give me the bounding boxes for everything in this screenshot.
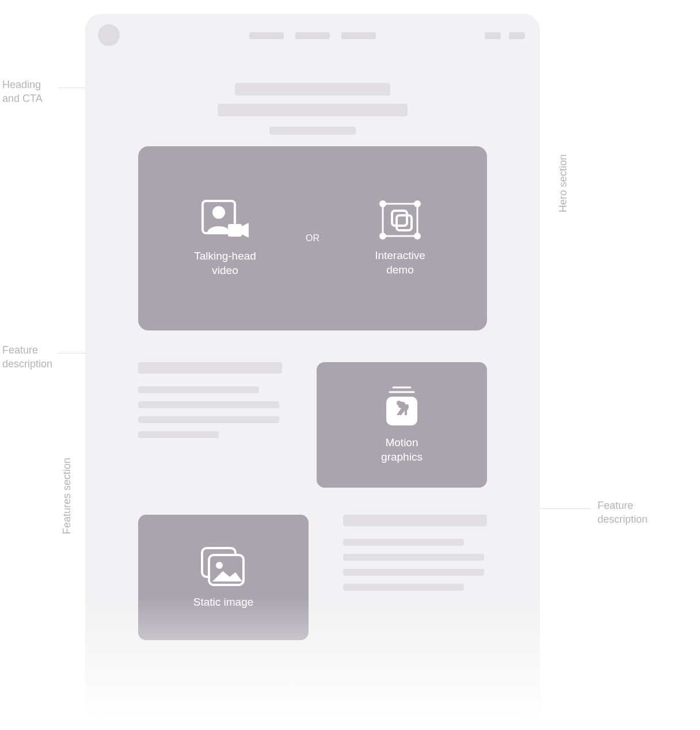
heading-cta-block	[218, 83, 408, 135]
annotation-features-section: Features section	[60, 458, 74, 534]
feature-media-label: Motion graphics	[381, 436, 423, 464]
talking-head-video-icon	[200, 199, 250, 241]
svg-point-1	[212, 206, 225, 219]
nav-links-placeholder	[249, 32, 376, 39]
hero-media-block: Talking-head video OR Interactive demo	[138, 146, 487, 330]
annotation-feature-desc-left: Feature description	[2, 343, 52, 371]
feature-text-left	[138, 362, 282, 438]
annotation-heading-cta: Heading and CTA	[2, 78, 43, 106]
feature-media-label: Static image	[193, 595, 254, 610]
static-image-icon	[199, 546, 248, 588]
feature-row-1: Motion graphics	[138, 362, 487, 488]
feature-text-right	[343, 515, 487, 591]
svg-point-7	[379, 200, 386, 207]
interactive-demo-icon	[377, 199, 423, 241]
feature-row-2: Static image	[138, 515, 487, 640]
svg-point-9	[379, 233, 386, 239]
svg-rect-12	[397, 215, 412, 230]
svg-point-19	[216, 562, 223, 569]
hero-option-label: Talking-head video	[194, 249, 256, 277]
svg-point-16	[397, 401, 401, 405]
motion-graphics-icon	[382, 385, 422, 429]
logo-placeholder	[98, 24, 120, 46]
svg-point-8	[414, 200, 421, 207]
annotation-hero-section: Hero section	[556, 154, 570, 212]
svg-point-10	[414, 233, 421, 239]
nav-actions-placeholder	[485, 32, 525, 39]
annotation-feature-desc-right: Feature description	[598, 499, 648, 527]
hero-option-talking-head: Talking-head video	[173, 199, 277, 277]
svg-rect-11	[392, 211, 407, 226]
nav-bar	[85, 14, 540, 66]
hero-option-interactive-demo: Interactive demo	[348, 199, 452, 277]
wireframe-canvas: Talking-head video OR Interactive demo	[85, 14, 540, 722]
hero-option-label: Interactive demo	[375, 249, 425, 277]
feature-media-static-image: Static image	[138, 515, 309, 640]
feature-media-motion-graphics: Motion graphics	[317, 362, 487, 488]
svg-rect-2	[228, 224, 242, 237]
or-separator: OR	[306, 233, 319, 244]
